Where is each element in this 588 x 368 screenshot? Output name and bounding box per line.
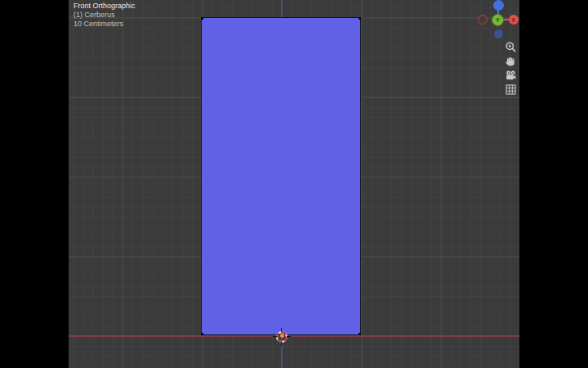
grid-scale-label: 10 Centimeters [74,20,136,29]
zoom-button[interactable] [504,40,517,53]
magnifier-plus-icon [505,41,517,53]
camera-view-button[interactable] [504,69,517,82]
mesh-object-cerberus[interactable] [201,17,361,335]
hand-icon [505,55,517,67]
toggle-grid-view-button[interactable] [504,83,517,96]
3d-cursor-crosshair [281,342,282,346]
x-axis-line [69,335,519,337]
view-mode-label: Front Orthographic [74,2,136,11]
grid-icon [505,83,517,96]
app-window: { "viewport": { "header": { "view_mode":… [0,0,588,368]
3d-cursor-ring-dashes [276,331,287,343]
gizmo-x-positive-handle[interactable]: X [509,15,519,25]
viewport-header-overlay: Front Orthographic (1) Cerberus 10 Centi… [74,2,136,29]
viewport-toolbar [504,40,517,97]
vertex-dot [359,333,361,335]
3d-cursor-crosshair [281,328,282,332]
gizmo-z-positive-handle[interactable] [493,0,504,11]
pan-button[interactable] [504,55,517,68]
gizmo-x-negative-handle[interactable] [478,15,488,25]
3d-cursor-crosshair [273,336,277,337]
vertex-dot [359,17,361,20]
3d-cursor-crosshair [287,336,291,337]
3d-viewport[interactable]: Front Orthographic (1) Cerberus 10 Centi… [69,0,519,368]
movie-camera-icon [505,70,517,82]
gizmo-y-positive-handle[interactable]: Y [492,14,504,26]
active-collection-label: (1) Cerberus [74,11,136,20]
gizmo-z-negative-handle[interactable] [494,29,503,38]
vertex-dot [201,333,203,335]
vertex-dot [201,17,203,20]
